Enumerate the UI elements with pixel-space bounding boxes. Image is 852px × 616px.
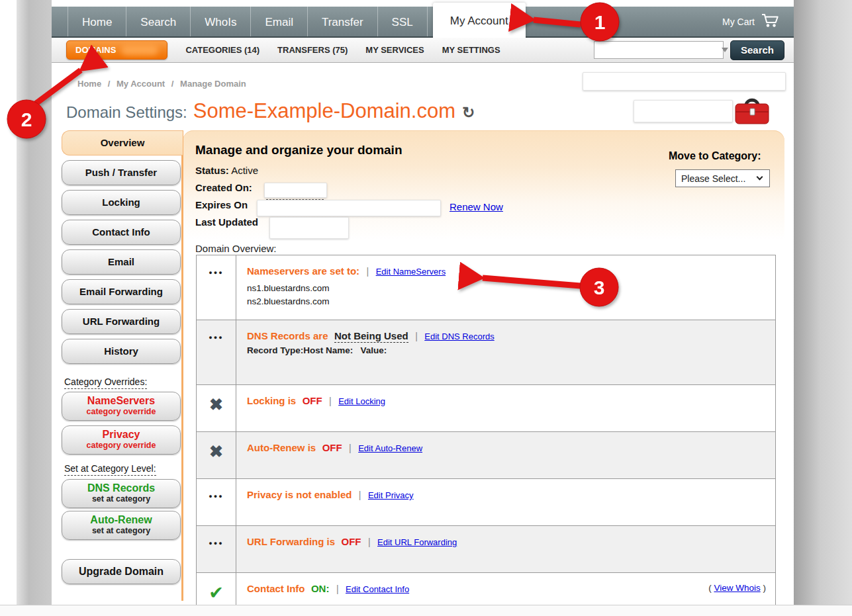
breadcrumb-my-account[interactable]: My Account — [117, 79, 165, 89]
separator: | — [359, 490, 361, 500]
move-to-category-select[interactable]: Please Select... — [675, 169, 770, 187]
breadcrumb-home[interactable]: Home — [77, 79, 101, 89]
nav-tab-whois[interactable]: WhoIs — [190, 7, 250, 36]
breadcrumb-separator: / — [171, 79, 174, 89]
edit-nameservers-link[interactable]: Edit NameServers — [376, 267, 446, 277]
sidebar-button-auto-renew-category[interactable]: Auto-Renew set at category — [62, 511, 181, 540]
cart-icon[interactable] — [761, 13, 779, 30]
subnav-tab-transfers[interactable]: TRANSFERS (75) — [277, 45, 348, 55]
table-row-locking: ✖ Locking is OFF | Edit Locking — [197, 385, 775, 432]
sidebar-tab-email[interactable]: Email — [62, 249, 181, 275]
redaction-box-created-on — [264, 183, 327, 198]
nav-tab-ssl[interactable]: SSL — [377, 7, 428, 36]
edit-dns-records-link[interactable]: Edit DNS Records — [424, 331, 494, 341]
expires-on-label: Expires On — [195, 199, 248, 210]
override-title: NameServers — [62, 395, 180, 407]
last-updated-label: Last Updated — [195, 216, 258, 228]
subnav-tab-my-settings[interactable]: MY SETTINGS — [442, 45, 500, 55]
sidebar-button-privacy-override[interactable]: Privacy category override — [62, 425, 181, 455]
sidebar-tab-history[interactable]: History — [62, 339, 181, 364]
edit-locking-link[interactable]: Edit Locking — [338, 396, 385, 406]
dots-icon: ●●● — [197, 479, 236, 525]
row-title: Auto-Renew is — [247, 442, 316, 453]
sidebar-tab-email-forwarding[interactable]: Email Forwarding — [62, 279, 181, 304]
status-value: Active — [231, 165, 258, 176]
nameserver-list: ns1.bluestardns.com ns2.bluestardns.com — [247, 282, 765, 308]
subnav-tab-categories[interactable]: CATEGORIES (14) — [185, 45, 260, 55]
domain-search-combobox[interactable] — [594, 41, 724, 59]
top-navbar: Home Search WhoIs Email Transfer SSL My … — [52, 7, 794, 38]
override-subtitle: category override — [62, 407, 180, 416]
edit-contact-info-link[interactable]: Edit Contact Info — [346, 584, 409, 594]
search-button[interactable]: Search — [730, 40, 784, 60]
redaction-box-expires-on — [257, 200, 441, 216]
edit-privacy-link[interactable]: Edit Privacy — [368, 490, 414, 500]
sidebar-button-dns-records-category[interactable]: DNS Records set at category — [62, 479, 181, 508]
row-title: Nameservers are set to: — [247, 265, 359, 277]
nav-tab-search[interactable]: Search — [126, 7, 190, 36]
redacted-count-blur — [121, 45, 158, 55]
row-body: Nameservers are set to: | Edit NameServe… — [236, 255, 775, 320]
sidebar-tab-locking[interactable]: Locking — [62, 190, 181, 215]
row-status: ON: — [311, 583, 330, 594]
sidebar-button-nameservers-override[interactable]: NameServers category override — [62, 392, 181, 421]
override-subtitle: category override — [62, 441, 180, 450]
redaction-box — [634, 100, 733, 122]
nav-spacer — [52, 7, 68, 36]
row-title: Locking is — [247, 395, 296, 406]
sidebar-tab-contact-info[interactable]: Contact Info — [62, 220, 181, 245]
view-whois-link[interactable]: View Whois — [714, 583, 760, 593]
toolbox-icon[interactable] — [734, 96, 771, 129]
sidebar-divider — [181, 130, 183, 601]
separator: | — [367, 266, 369, 277]
separator: | — [336, 584, 339, 594]
category-level-subtitle: set at category — [62, 526, 180, 535]
move-to-category-value: Please Select... — [681, 173, 745, 184]
paren-close: ) — [763, 583, 767, 593]
domain-search-input[interactable] — [594, 42, 722, 58]
row-title: URL Forwarding is — [247, 536, 335, 547]
expires-on-line: Expires On — [195, 199, 248, 210]
page-title-prefix: Domain Settings: — [66, 103, 187, 122]
last-updated-line: Last Updated — [195, 216, 258, 228]
separator: | — [329, 396, 332, 406]
section-heading: Manage and organize your domain — [195, 143, 402, 157]
bottom-strip — [0, 605, 852, 616]
x-icon: ✖ — [197, 385, 236, 431]
upgrade-domain-button[interactable]: Upgrade Domain — [62, 559, 181, 584]
row-body: Privacy is not enabled | Edit Privacy — [236, 479, 775, 525]
left-margin-band — [17, 0, 52, 605]
sidebar-tab-overview[interactable]: Overview — [62, 130, 183, 155]
row-body: DNS Records are Not Being Used | Edit DN… — [236, 320, 775, 384]
redaction-box-last-updated — [269, 217, 349, 239]
override-title: Privacy — [62, 429, 180, 441]
renew-now-link[interactable]: Renew Now — [450, 201, 503, 212]
dots-icon: ●●● — [197, 526, 236, 572]
sidebar-tab-url-forwarding[interactable]: URL Forwarding — [62, 309, 181, 334]
set-at-category-heading: Set at Category Level: — [64, 463, 156, 474]
row-status: OFF — [342, 536, 361, 547]
my-cart[interactable]: My Cart — [722, 7, 794, 36]
domain-overview-table: ●●● Nameservers are set to: | Edit NameS… — [196, 255, 776, 616]
refresh-icon[interactable]: ↻ — [462, 104, 475, 122]
combobox-dropdown-icon[interactable] — [722, 48, 728, 52]
table-row-dns-records: ●●● DNS Records are Not Being Used | Edi… — [197, 320, 775, 385]
category-level-title: DNS Records — [62, 482, 180, 494]
row-title: Contact Info — [247, 583, 305, 594]
nav-tab-email[interactable]: Email — [250, 7, 307, 36]
nav-tab-my-account[interactable]: My Account — [433, 3, 526, 38]
dns-record-headers: Record Type:Host Name: Value: — [247, 345, 765, 355]
category-level-title: Auto-Renew — [62, 514, 180, 526]
nav-tab-transfer[interactable]: Transfer — [307, 7, 377, 36]
subnav-tab-domains[interactable]: DOMAINS — [66, 40, 167, 60]
edit-auto-renew-link[interactable]: Edit Auto-Renew — [358, 443, 422, 453]
domain-overview-label: Domain Overview: — [195, 243, 277, 254]
nav-tab-home[interactable]: Home — [68, 7, 126, 36]
row-title: Privacy is not enabled — [247, 489, 352, 500]
edit-url-forwarding-link[interactable]: Edit URL Forwarding — [377, 537, 457, 547]
nameserver-1: ns1.bluestardns.com — [247, 282, 765, 295]
my-cart-label[interactable]: My Cart — [722, 17, 755, 27]
chevron-down-icon — [757, 174, 763, 181]
sidebar-tab-push-transfer[interactable]: Push / Transfer — [62, 160, 181, 185]
subnav-tab-my-services[interactable]: MY SERVICES — [365, 45, 424, 55]
